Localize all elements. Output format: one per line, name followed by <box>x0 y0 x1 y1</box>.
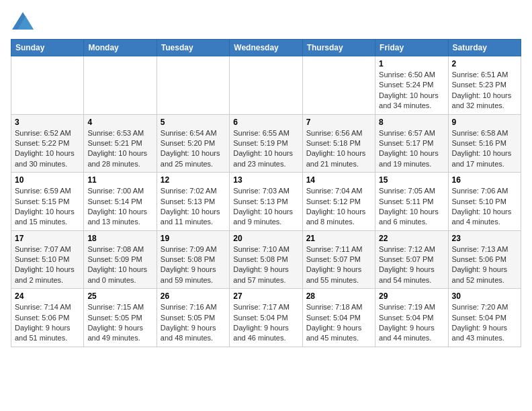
day-info: Sunrise: 6:53 AMSunset: 5:21 PMDaylight:… <box>87 128 152 170</box>
calendar-cell: 13Sunrise: 7:03 AMSunset: 5:13 PMDayligh… <box>230 173 302 231</box>
calendar-cell: 8Sunrise: 6:57 AMSunset: 5:17 PMDaylight… <box>375 114 448 173</box>
day-number: 22 <box>379 234 444 243</box>
day-number: 21 <box>306 234 371 243</box>
day-info: Sunrise: 6:56 AMSunset: 5:18 PMDaylight:… <box>306 128 371 170</box>
calendar-week-3: 10Sunrise: 6:59 AMSunset: 5:15 PMDayligh… <box>11 173 521 231</box>
day-number: 5 <box>161 118 226 127</box>
day-number: 25 <box>87 291 152 301</box>
day-info: Sunrise: 7:03 AMSunset: 5:13 PMDaylight:… <box>233 186 298 228</box>
day-header-saturday: Saturday <box>448 40 521 56</box>
calendar-week-4: 17Sunrise: 7:07 AMSunset: 5:10 PMDayligh… <box>11 230 521 289</box>
calendar-cell: 10Sunrise: 6:59 AMSunset: 5:15 PMDayligh… <box>11 173 84 231</box>
day-number: 12 <box>161 175 226 185</box>
day-number: 26 <box>161 291 226 301</box>
day-info: Sunrise: 7:04 AMSunset: 5:12 PMDaylight:… <box>306 186 371 228</box>
day-number: 10 <box>15 175 80 185</box>
calendar-cell <box>11 56 84 115</box>
day-info: Sunrise: 6:50 AMSunset: 5:24 PMDaylight:… <box>379 70 444 111</box>
day-number: 9 <box>452 118 517 127</box>
calendar-week-5: 24Sunrise: 7:14 AMSunset: 5:06 PMDayligh… <box>11 289 521 347</box>
day-header-tuesday: Tuesday <box>157 40 229 56</box>
day-info: Sunrise: 6:52 AMSunset: 5:22 PMDaylight:… <box>15 128 80 170</box>
calendar-cell: 19Sunrise: 7:09 AMSunset: 5:08 PMDayligh… <box>157 230 229 289</box>
calendar-cell: 15Sunrise: 7:05 AMSunset: 5:11 PMDayligh… <box>375 173 448 231</box>
calendar-cell <box>230 56 302 115</box>
calendar-cell: 4Sunrise: 6:53 AMSunset: 5:21 PMDaylight… <box>84 114 157 173</box>
calendar-cell: 5Sunrise: 6:54 AMSunset: 5:20 PMDaylight… <box>157 114 229 173</box>
day-info: Sunrise: 6:51 AMSunset: 5:23 PMDaylight:… <box>452 70 517 111</box>
day-number: 11 <box>87 175 152 185</box>
day-number: 29 <box>379 291 444 301</box>
day-header-friday: Friday <box>375 40 448 56</box>
day-number: 6 <box>233 118 298 127</box>
calendar-cell: 17Sunrise: 7:07 AMSunset: 5:10 PMDayligh… <box>11 230 84 289</box>
day-info: Sunrise: 7:09 AMSunset: 5:08 PMDaylight:… <box>161 244 226 286</box>
day-number: 15 <box>379 175 444 185</box>
calendar-cell: 6Sunrise: 6:55 AMSunset: 5:19 PMDaylight… <box>230 114 302 173</box>
day-header-wednesday: Wednesday <box>230 40 302 56</box>
calendar-cell: 9Sunrise: 6:58 AMSunset: 5:16 PMDaylight… <box>448 114 521 173</box>
day-info: Sunrise: 7:18 AMSunset: 5:04 PMDaylight:… <box>306 302 371 344</box>
day-info: Sunrise: 7:00 AMSunset: 5:14 PMDaylight:… <box>87 186 152 228</box>
calendar-cell: 20Sunrise: 7:10 AMSunset: 5:08 PMDayligh… <box>230 230 302 289</box>
calendar-cell: 1Sunrise: 6:50 AMSunset: 5:24 PMDaylight… <box>375 56 448 115</box>
day-info: Sunrise: 7:07 AMSunset: 5:10 PMDaylight:… <box>15 244 80 286</box>
calendar-cell: 22Sunrise: 7:12 AMSunset: 5:07 PMDayligh… <box>375 230 448 289</box>
calendar-cell <box>84 56 157 115</box>
calendar-cell: 26Sunrise: 7:16 AMSunset: 5:05 PMDayligh… <box>157 289 229 347</box>
calendar-cell: 30Sunrise: 7:20 AMSunset: 5:04 PMDayligh… <box>448 289 521 347</box>
day-info: Sunrise: 6:54 AMSunset: 5:20 PMDaylight:… <box>161 128 226 170</box>
day-number: 17 <box>15 234 80 243</box>
page-header <box>11 11 521 31</box>
calendar-cell: 16Sunrise: 7:06 AMSunset: 5:10 PMDayligh… <box>448 173 521 231</box>
calendar-cell: 2Sunrise: 6:51 AMSunset: 5:23 PMDaylight… <box>448 56 521 115</box>
calendar-cell: 27Sunrise: 7:17 AMSunset: 5:04 PMDayligh… <box>230 289 302 347</box>
day-number: 8 <box>379 118 444 127</box>
calendar-cell: 29Sunrise: 7:19 AMSunset: 5:04 PMDayligh… <box>375 289 448 347</box>
calendar-header-row: SundayMondayTuesdayWednesdayThursdayFrid… <box>11 40 521 56</box>
day-info: Sunrise: 6:55 AMSunset: 5:19 PMDaylight:… <box>233 128 298 170</box>
day-number: 19 <box>161 234 226 243</box>
day-info: Sunrise: 7:08 AMSunset: 5:09 PMDaylight:… <box>87 244 152 286</box>
day-info: Sunrise: 7:10 AMSunset: 5:08 PMDaylight:… <box>233 244 298 286</box>
day-info: Sunrise: 7:19 AMSunset: 5:04 PMDaylight:… <box>379 302 444 344</box>
calendar-cell: 28Sunrise: 7:18 AMSunset: 5:04 PMDayligh… <box>302 289 375 347</box>
day-info: Sunrise: 7:02 AMSunset: 5:13 PMDaylight:… <box>161 186 226 228</box>
calendar-cell: 18Sunrise: 7:08 AMSunset: 5:09 PMDayligh… <box>84 230 157 289</box>
day-header-monday: Monday <box>84 40 157 56</box>
calendar-cell <box>302 56 375 115</box>
calendar-cell: 25Sunrise: 7:15 AMSunset: 5:05 PMDayligh… <box>84 289 157 347</box>
day-info: Sunrise: 7:11 AMSunset: 5:07 PMDaylight:… <box>306 244 371 286</box>
day-number: 13 <box>233 175 298 185</box>
day-info: Sunrise: 6:57 AMSunset: 5:17 PMDaylight:… <box>379 128 444 170</box>
day-info: Sunrise: 6:59 AMSunset: 5:15 PMDaylight:… <box>15 186 80 228</box>
day-info: Sunrise: 7:06 AMSunset: 5:10 PMDaylight:… <box>452 186 517 228</box>
day-number: 14 <box>306 175 371 185</box>
calendar-cell: 7Sunrise: 6:56 AMSunset: 5:18 PMDaylight… <box>302 114 375 173</box>
calendar-cell: 11Sunrise: 7:00 AMSunset: 5:14 PMDayligh… <box>84 173 157 231</box>
day-info: Sunrise: 7:16 AMSunset: 5:05 PMDaylight:… <box>161 302 226 344</box>
day-info: Sunrise: 7:15 AMSunset: 5:05 PMDaylight:… <box>87 302 152 344</box>
day-info: Sunrise: 7:17 AMSunset: 5:04 PMDaylight:… <box>233 302 298 344</box>
day-number: 18 <box>87 234 152 243</box>
day-header-thursday: Thursday <box>302 40 375 56</box>
calendar-cell: 12Sunrise: 7:02 AMSunset: 5:13 PMDayligh… <box>157 173 229 231</box>
calendar-week-1: 1Sunrise: 6:50 AMSunset: 5:24 PMDaylight… <box>11 56 521 115</box>
day-number: 27 <box>233 291 298 301</box>
day-info: Sunrise: 7:12 AMSunset: 5:07 PMDaylight:… <box>379 244 444 286</box>
logo <box>11 11 38 31</box>
day-number: 20 <box>233 234 298 243</box>
day-number: 3 <box>15 118 80 127</box>
day-number: 16 <box>452 175 517 185</box>
day-info: Sunrise: 7:13 AMSunset: 5:06 PMDaylight:… <box>452 244 517 286</box>
day-number: 2 <box>452 59 517 68</box>
logo-icon <box>11 11 35 31</box>
day-header-sunday: Sunday <box>11 40 84 56</box>
calendar-cell: 23Sunrise: 7:13 AMSunset: 5:06 PMDayligh… <box>448 230 521 289</box>
day-info: Sunrise: 6:58 AMSunset: 5:16 PMDaylight:… <box>452 128 517 170</box>
calendar-cell <box>157 56 229 115</box>
day-info: Sunrise: 7:14 AMSunset: 5:06 PMDaylight:… <box>15 302 80 344</box>
calendar-cell: 3Sunrise: 6:52 AMSunset: 5:22 PMDaylight… <box>11 114 84 173</box>
calendar-table: SundayMondayTuesdayWednesdayThursdayFrid… <box>11 39 521 347</box>
day-number: 24 <box>15 291 80 301</box>
